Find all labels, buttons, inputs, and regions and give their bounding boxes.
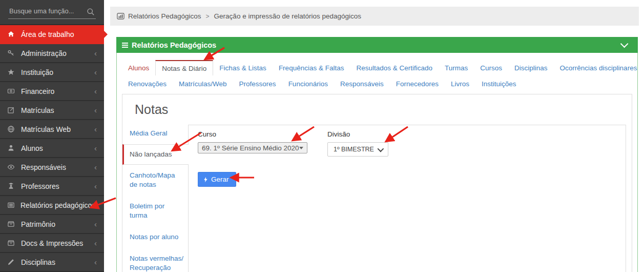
sidebar-item-instituicao[interactable]: Instituição ‹	[0, 63, 104, 82]
chevron-left-icon: ‹	[94, 144, 97, 152]
tab-turmas[interactable]: Turmas	[439, 60, 474, 75]
sidebar-item-label: Matrículas Web	[21, 125, 71, 133]
tab-fornecedores[interactable]: Fornecedores	[390, 77, 445, 91]
sidebar-item-label: Docs & Impressões	[21, 239, 83, 247]
hamburger-icon	[122, 43, 128, 48]
sidebar-item-area-de-trabalho[interactable]: Área de trabalho ‹	[0, 25, 104, 44]
side-tab-nao-lancadas[interactable]: Não lançadas	[122, 144, 189, 165]
banknote-icon	[7, 87, 15, 95]
tab-frequencias-faltas[interactable]: Frequências & Faltas	[273, 60, 350, 75]
sidebar-item-label: Área de trabalho	[21, 30, 74, 38]
sidebar-nav: Área de trabalho ‹ Administração ‹ Insti…	[0, 25, 104, 272]
chevron-left-icon: ‹	[94, 220, 97, 228]
chevron-left-icon: ‹	[94, 106, 97, 114]
curso-select-value: 69. 1º Série Ensino Médio 2020	[202, 144, 299, 152]
side-tab-canhoto-mapa-de-notas[interactable]: Canhoto/​Mapa de notas	[122, 165, 188, 196]
lightning-icon	[203, 176, 208, 183]
breadcrumb-root[interactable]: Relatórios Pedagógicos	[128, 12, 201, 20]
tabs-row-2: RenovaçõesMatrículas/WebProfessoresFunci…	[122, 76, 632, 91]
sidebar-item-responsaveis[interactable]: Responsáveis ‹	[0, 158, 104, 177]
tab-notas-diario[interactable]: Notas & Diário	[155, 60, 213, 75]
curso-label: Curso	[198, 130, 307, 138]
curso-select[interactable]: 69. 1º Série Ensino Médio 2020	[198, 142, 307, 153]
docs-icon	[7, 239, 15, 247]
sidebar-item-alunos[interactable]: Alunos ‹	[0, 139, 104, 158]
sidebar-search	[0, 0, 104, 25]
sidebar-item-label: Relatórios pedagógicos	[20, 201, 95, 209]
sidebar-item-label: Disciplinas	[21, 258, 55, 266]
sidebar-item-professores[interactable]: Professores ‹	[0, 177, 104, 196]
sidebar-item-label: Alunos	[21, 144, 43, 152]
chevron-down-icon[interactable]	[620, 40, 629, 48]
tab-cursos[interactable]: Cursos	[474, 60, 508, 75]
breadcrumb-current: Geração e impressão de relatórios pedagó…	[214, 12, 361, 20]
sidebar-item-label: Financeiro	[21, 87, 54, 95]
sidebar-item-label: Instituição	[21, 68, 53, 76]
pencil-icon	[7, 258, 15, 266]
tab-fichas-listas[interactable]: Fichas & Listas	[213, 60, 273, 75]
home-icon	[7, 30, 15, 38]
sidebar-item-relatorios-pedagogicos[interactable]: Relatórios pedagógicos ‹	[0, 196, 104, 215]
bar-chart-icon	[117, 12, 124, 20]
chevron-left-icon: ‹	[94, 239, 97, 247]
star-icon	[7, 68, 15, 76]
side-tab-boletim-por-turma[interactable]: Boletim por turma	[122, 196, 188, 226]
sidebar-item-financeiro[interactable]: Financeiro ‹	[0, 82, 104, 101]
archive-icon	[7, 220, 15, 228]
sidebar-item-disciplinas[interactable]: Disciplinas ‹	[0, 253, 104, 272]
tab-disciplinas[interactable]: Disciplinas	[508, 60, 554, 75]
tab-resultados-certificado[interactable]: Resultados & Certificado	[350, 60, 439, 75]
user-icon	[7, 144, 15, 152]
side-tabs: Média GeralNão lançadasCanhoto/​Mapa de …	[122, 123, 188, 272]
tab-funcionarios[interactable]: Funcionários	[282, 77, 334, 91]
divisao-select[interactable]: 1º BIMESTRE	[327, 142, 388, 157]
tab-responsaveis[interactable]: Responsáveis	[334, 77, 390, 91]
side-tab-media-geral[interactable]: Média Geral	[122, 123, 188, 144]
tab-renovacoes[interactable]: Renovações	[122, 77, 173, 91]
key-icon	[7, 49, 15, 57]
search-icon	[87, 8, 95, 18]
chevron-down-icon	[378, 145, 384, 152]
page-title: Notas	[135, 103, 632, 117]
sidebar-item-docs-impressoes[interactable]: Docs & Impressões ‹	[0, 234, 104, 253]
side-tab-notas-vermelhas-recuperacao[interactable]: Notas vermelhas/​Recuperação	[122, 248, 188, 272]
tab-content: Notas Média GeralNão lançadasCanhoto/​Ma…	[122, 94, 632, 272]
tab-livros[interactable]: Livros	[445, 77, 475, 91]
breadcrumb-separator: >	[206, 13, 210, 20]
eye-icon	[7, 163, 15, 171]
gerar-button[interactable]: Gerar	[198, 172, 236, 187]
tab-professores[interactable]: Professores	[233, 77, 282, 91]
panel-header: Relatórios Pedagógicos	[116, 37, 638, 53]
sidebar-item-label: Patrimônio	[21, 220, 55, 228]
select-caret-icon	[299, 147, 303, 149]
sidebar-item-patrimonio[interactable]: Patrimônio ‹	[0, 215, 104, 234]
chevron-left-icon: ‹	[94, 125, 97, 133]
sidebar-item-label: Administração	[21, 49, 67, 57]
main-area: Relatórios Pedagógicos > Geração e impre…	[104, 0, 644, 272]
sidebar-item-label: Matrículas	[21, 106, 54, 114]
chevron-left-icon: ‹	[94, 49, 97, 57]
chevron-left-icon: ‹	[94, 182, 97, 190]
breadcrumb: Relatórios Pedagógicos > Geração e impre…	[110, 7, 639, 26]
sidebar-item-administracao[interactable]: Administração ‹	[0, 44, 104, 63]
tabs-row-1: AlunosNotas & DiárioFichas & ListasFrequ…	[122, 60, 632, 75]
divisao-select-value: 1º BIMESTRE	[334, 146, 374, 153]
chevron-left-icon: ‹	[94, 68, 97, 76]
globe-icon	[7, 125, 15, 133]
teacher-icon	[7, 182, 15, 190]
side-tab-notas-por-aluno[interactable]: Notas por aluno	[122, 226, 188, 248]
edit-icon	[7, 106, 15, 114]
search-input[interactable]	[8, 6, 96, 19]
sidebar-item-label: Responsáveis	[21, 163, 66, 171]
tab-instituicoes[interactable]: Instituições	[475, 77, 523, 91]
panel-title: Relatórios Pedagógicos	[132, 41, 216, 49]
tab-matriculas-web[interactable]: Matrículas/Web	[173, 77, 233, 91]
sidebar-item-label: Professores	[21, 182, 59, 190]
divisao-label: Divisão	[327, 130, 388, 138]
sidebar-item-matriculas[interactable]: Matrículas ‹	[0, 101, 104, 120]
panel-body: AlunosNotas & DiárioFichas & ListasFrequ…	[117, 53, 637, 272]
tab-alunos[interactable]: Alunos	[122, 60, 155, 75]
sidebar: Área de trabalho ‹ Administração ‹ Insti…	[0, 0, 104, 272]
sidebar-item-matriculas-web[interactable]: Matrículas Web ‹	[0, 120, 104, 139]
tab-ocorrencias-disciplinares[interactable]: Ocorrências disciplinares	[554, 60, 643, 75]
